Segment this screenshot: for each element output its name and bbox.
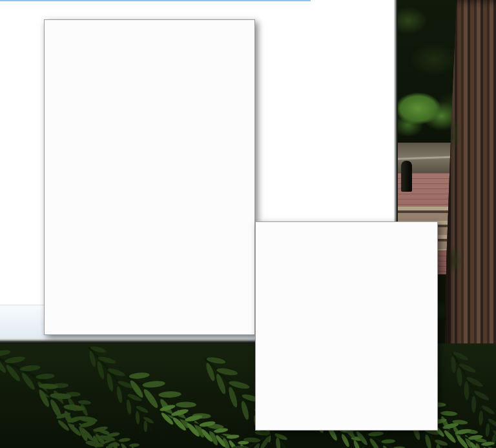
wallpaper-bollard	[401, 161, 412, 192]
selection-edge-line	[0, 0, 311, 1]
context-menu	[44, 19, 255, 335]
screen	[0, 0, 496, 448]
send-to-submenu	[255, 221, 438, 431]
